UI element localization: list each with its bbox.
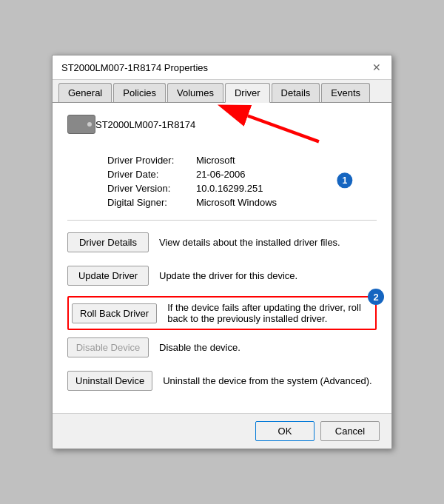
info-row-version: Driver Version: 10.0.16299.251 [107,183,377,194]
disable-device-button[interactable]: Disable Device [67,337,149,357]
signer-label: Digital Signer: [107,197,196,208]
ok-button[interactable]: OK [255,421,314,441]
version-label: Driver Version: [107,183,196,194]
tab-details[interactable]: Details [272,83,320,102]
badge-2: 2 [368,289,384,305]
annotation-arrow: 1 [53,103,391,413]
device-icon [67,115,95,134]
properties-window: ST2000LM007-1R8174 Properties ✕ General … [52,55,392,449]
device-header: ST2000LM007-1R8174 [67,115,377,143]
tab-general[interactable]: General [58,83,112,102]
update-driver-row: Update Driver Update the driver for this… [67,263,377,289]
disable-device-desc: Disable the device. [159,342,377,353]
driver-details-button[interactable]: Driver Details [67,232,149,252]
tab-policies[interactable]: Policies [113,83,166,102]
driver-details-row: Driver Details View details about the in… [67,229,377,255]
update-driver-desc: Update the driver for this device. [159,270,377,281]
section-divider [67,220,377,221]
tab-events[interactable]: Events [321,83,370,102]
tab-volumes[interactable]: Volumes [167,83,223,102]
uninstall-device-button[interactable]: Uninstall Device [67,371,152,391]
tab-driver[interactable]: Driver [225,83,270,103]
content-area: 1 ST2000LM007-1R8174 Driver Provider: Mi… [53,103,391,413]
window-title: ST2000LM007-1R8174 Properties [61,62,208,73]
uninstall-device-desc: Uninstall the device from the system (Ad… [163,375,377,386]
info-row-date: Driver Date: 21-06-2006 [107,169,377,180]
close-button[interactable]: ✕ [371,61,383,73]
driver-info-table: Driver Provider: Microsoft Driver Date: … [107,155,377,208]
roll-back-driver-row: Roll Back Driver If the device fails aft… [67,296,377,330]
info-row-signer: Digital Signer: Microsoft Windows [107,197,377,208]
date-label: Driver Date: [107,169,196,180]
date-value: 21-06-2006 [196,169,246,180]
cancel-button[interactable]: Cancel [320,421,380,441]
provider-value: Microsoft [196,155,235,166]
uninstall-device-row: Uninstall Device Uninstall the device fr… [67,368,377,394]
info-row-provider: Driver Provider: Microsoft [107,155,377,166]
update-driver-button[interactable]: Update Driver [67,266,149,286]
device-name: ST2000LM007-1R8174 [95,119,195,130]
roll-back-driver-button[interactable]: Roll Back Driver [72,303,157,323]
driver-details-desc: View details about the installed driver … [159,237,377,248]
tabs-bar: General Policies Volumes Driver Details … [53,80,391,103]
footer: OK Cancel [53,413,391,448]
provider-label: Driver Provider: [107,155,196,166]
version-value: 10.0.16299.251 [196,183,263,194]
roll-back-driver-desc: If the device fails after updating the d… [167,302,372,324]
disable-device-row: Disable Device Disable the device. [67,335,377,360]
titlebar: ST2000LM007-1R8174 Properties ✕ [53,56,391,80]
signer-value: Microsoft Windows [196,197,277,208]
